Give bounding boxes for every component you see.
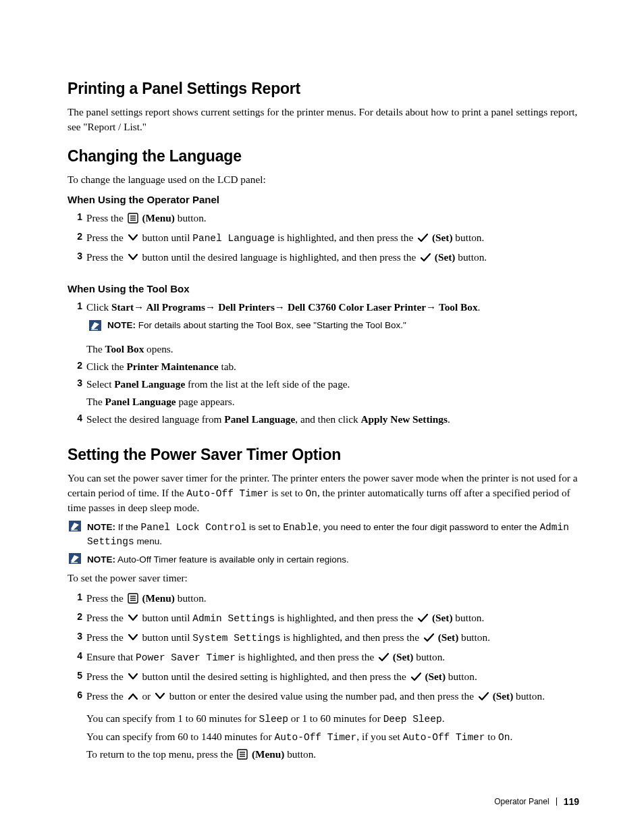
check-icon [417, 611, 428, 629]
heading-power-saver-timer: Setting the Power Saver Timer Option [68, 446, 579, 464]
steps-tool-box: 1 Click Start→ All Programs→ Dell Printe… [68, 298, 579, 428]
arrow-icon: → [134, 301, 144, 313]
chevron-down-icon [128, 670, 138, 687]
step-item: 1 Click Start→ All Programs→ Dell Printe… [86, 298, 579, 358]
heading-changing-the-language: Changing the Language [68, 147, 579, 165]
text: button. [453, 232, 485, 243]
check-icon [410, 670, 421, 687]
menu-icon [128, 592, 138, 609]
text: Press the [86, 232, 126, 243]
text: Click [86, 301, 111, 313]
check-icon [420, 251, 431, 268]
step-item: 4 Ensure that Power Saver Timer is highl… [86, 648, 579, 668]
text: . [448, 413, 450, 425]
footer-label: Operator Panel [494, 797, 549, 806]
steps-power-saver: 1 Press the (Menu) button. 2 Press the b… [68, 590, 579, 765]
note-row: NOTE: If the Panel Lock Control is set t… [68, 521, 579, 549]
followup-text: To return to the top menu, press the (Me… [86, 746, 579, 765]
chevron-down-icon [128, 231, 138, 249]
text: Tool Box [436, 301, 477, 313]
step-item: 1 Press the (Menu) button. [86, 590, 579, 609]
chevron-down-icon [128, 611, 138, 629]
chevron-up-icon [128, 689, 138, 707]
step-item: 3 Press the button until the desired lan… [86, 249, 579, 268]
para-section3-intro: To set the power saver timer: [68, 571, 579, 585]
text: Apply New Settings [361, 413, 448, 425]
footer: Operator Panel 119 [494, 796, 579, 807]
note-label: NOTE: [87, 554, 115, 565]
text: Select [86, 378, 114, 390]
followup-text: The Tool Box opens. [86, 340, 579, 358]
arrow-icon: → [426, 301, 436, 313]
page-number: 119 [564, 796, 579, 807]
para-section3-lead: You can set the power saver timer for th… [68, 471, 579, 515]
arrow-icon: → [275, 301, 285, 313]
step-item: 1 Press the (Menu) button. [86, 209, 579, 229]
text: (Set) [432, 251, 455, 263]
text: button. [455, 251, 487, 263]
text: Press the [86, 212, 126, 224]
para-section1-lead: The panel settings report shows current … [68, 105, 579, 134]
note-body: NOTE: If the Panel Lock Control is set t… [87, 521, 579, 549]
note-body: NOTE: Auto-Off Timer feature is availabl… [87, 553, 579, 567]
text: button until [140, 232, 193, 243]
followup-text: You can specify from 60 to 1440 minutes … [86, 728, 579, 746]
step-item: 3 Press the button until System Settings… [86, 629, 579, 648]
check-icon [423, 631, 434, 648]
chevron-down-icon [155, 689, 165, 707]
text: Click the [86, 361, 126, 372]
note-icon [69, 521, 81, 534]
text: For details about starting the Tool Box,… [136, 320, 406, 330]
text: , and then click [295, 413, 360, 425]
menu-icon [237, 748, 248, 765]
note-label: NOTE: [87, 522, 115, 532]
note-row: NOTE: Auto-Off Timer feature is availabl… [68, 553, 579, 567]
step-item: 5 Press the button until the desired set… [86, 668, 579, 687]
step-item: 2 Click the Printer Maintenance tab. [86, 358, 579, 375]
text: Printer Maintenance [126, 361, 218, 372]
arrow-icon: → [205, 301, 215, 313]
note-icon [69, 553, 81, 567]
note-label: NOTE: [107, 320, 136, 330]
steps-operator-panel: 1 Press the (Menu) button. 2 Press the b… [68, 209, 579, 268]
text: Panel Language [114, 378, 185, 390]
text: from the list at the left side of the pa… [185, 378, 350, 390]
text: (Set) [429, 232, 452, 243]
text: All Programs [144, 301, 205, 313]
followup-text: The Panel Language page appears. [86, 393, 579, 411]
note-body: NOTE: For details about starting the Too… [107, 319, 579, 332]
step-item: 3 Select Panel Language from the list at… [86, 375, 579, 411]
text: tab. [219, 361, 236, 372]
text: Dell C3760 Color Laser Printer [285, 301, 426, 313]
text: button. [175, 212, 207, 224]
text: Select the desired language from [86, 413, 224, 425]
divider [556, 798, 557, 806]
note-icon [89, 319, 101, 336]
text: Dell Printers [215, 301, 275, 313]
check-icon [478, 689, 489, 707]
text: Press the [86, 251, 126, 263]
subheading-tool-box: When Using the Tool Box [68, 283, 579, 294]
heading-printing-panel-settings-report: Printing a Panel Settings Report [68, 80, 579, 98]
text: (Menu) [140, 212, 175, 224]
text: . [478, 301, 481, 313]
para-section2-lead: To change the language used on the LCD p… [68, 172, 579, 187]
note-row: NOTE: For details about starting the Too… [88, 319, 579, 336]
step-item: 2 Press the button until Panel Language … [86, 229, 579, 249]
text: button until the desired language is hig… [140, 251, 419, 263]
followup-text: You can specify from 1 to 60 minutes for… [86, 710, 579, 728]
code-text: Panel Language [192, 233, 275, 244]
text: Start [111, 301, 134, 313]
text: is highlighted, and then press the [275, 232, 416, 243]
check-icon [378, 650, 389, 668]
subheading-operator-panel: When Using the Operator Panel [68, 194, 579, 205]
check-icon [417, 231, 428, 249]
step-item: 6 Press the or button or enter the desir… [86, 687, 579, 765]
step-item: 4 Select the desired language from Panel… [86, 411, 579, 428]
step-item: 2 Press the button until Admin Settings … [86, 609, 579, 629]
chevron-down-icon [128, 631, 138, 648]
chevron-down-icon [128, 251, 138, 268]
menu-icon [128, 211, 138, 229]
text: Panel Language [224, 413, 295, 425]
